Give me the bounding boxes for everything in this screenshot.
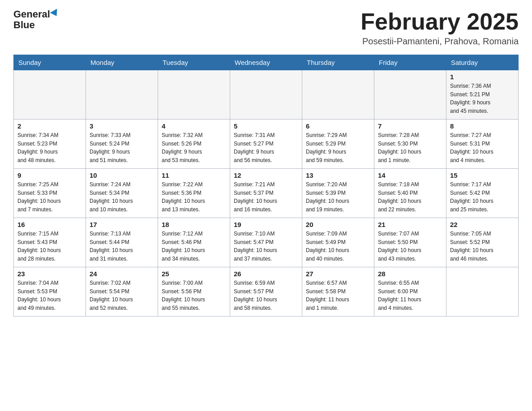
day-info: Sunrise: 7:32 AM Sunset: 5:26 PM Dayligh… xyxy=(162,131,226,164)
day-number: 15 xyxy=(450,171,515,179)
calendar-cell: 17Sunrise: 7:13 AM Sunset: 5:44 PM Dayli… xyxy=(86,218,158,267)
page-header: General Blue February 2025 Posestii-Pama… xyxy=(13,9,519,47)
day-info: Sunrise: 7:04 AM Sunset: 5:53 PM Dayligh… xyxy=(17,279,82,312)
calendar-cell: 26Sunrise: 6:59 AM Sunset: 5:57 PM Dayli… xyxy=(230,267,302,317)
day-number: 4 xyxy=(162,122,226,130)
day-info: Sunrise: 7:36 AM Sunset: 5:21 PM Dayligh… xyxy=(450,82,515,115)
day-number: 28 xyxy=(378,270,442,278)
logo: General Blue xyxy=(13,9,59,30)
day-number: 26 xyxy=(234,270,298,278)
day-info: Sunrise: 7:31 AM Sunset: 5:27 PM Dayligh… xyxy=(234,131,298,164)
day-number: 13 xyxy=(306,171,370,179)
day-number: 14 xyxy=(378,171,442,179)
calendar-table: SundayMondayTuesdayWednesdayThursdayFrid… xyxy=(13,55,519,317)
day-number: 22 xyxy=(450,221,515,228)
day-info: Sunrise: 7:18 AM Sunset: 5:40 PM Dayligh… xyxy=(378,180,442,214)
calendar-cell: 28Sunrise: 6:55 AM Sunset: 6:00 PM Dayli… xyxy=(374,267,446,317)
calendar-cell: 21Sunrise: 7:07 AM Sunset: 5:50 PM Dayli… xyxy=(374,218,446,267)
day-number: 23 xyxy=(17,270,82,278)
calendar-cell: 19Sunrise: 7:10 AM Sunset: 5:47 PM Dayli… xyxy=(230,218,302,267)
day-info: Sunrise: 7:05 AM Sunset: 5:52 PM Dayligh… xyxy=(450,230,515,263)
col-header-saturday: Saturday xyxy=(446,55,519,70)
day-info: Sunrise: 7:07 AM Sunset: 5:50 PM Dayligh… xyxy=(378,230,442,263)
calendar-cell: 16Sunrise: 7:15 AM Sunset: 5:43 PM Dayli… xyxy=(14,218,86,267)
calendar-cell: 1Sunrise: 7:36 AM Sunset: 5:21 PM Daylig… xyxy=(446,70,519,120)
calendar-cell: 20Sunrise: 7:09 AM Sunset: 5:49 PM Dayli… xyxy=(302,218,374,267)
calendar-cell: 12Sunrise: 7:21 AM Sunset: 5:37 PM Dayli… xyxy=(230,169,302,218)
day-info: Sunrise: 7:22 AM Sunset: 5:36 PM Dayligh… xyxy=(162,180,226,214)
day-number: 24 xyxy=(90,270,154,278)
calendar-cell: 2Sunrise: 7:34 AM Sunset: 5:23 PM Daylig… xyxy=(14,120,86,169)
day-info: Sunrise: 7:17 AM Sunset: 5:42 PM Dayligh… xyxy=(450,180,515,214)
day-number: 8 xyxy=(450,122,515,130)
calendar-cell: 24Sunrise: 7:02 AM Sunset: 5:54 PM Dayli… xyxy=(86,267,158,317)
calendar-week-row: 1Sunrise: 7:36 AM Sunset: 5:21 PM Daylig… xyxy=(14,70,519,120)
title-block: February 2025 Posestii-Pamanteni, Prahov… xyxy=(360,9,519,47)
calendar-cell: 7Sunrise: 7:28 AM Sunset: 5:30 PM Daylig… xyxy=(374,120,446,169)
calendar-cell xyxy=(374,70,446,120)
day-info: Sunrise: 7:29 AM Sunset: 5:29 PM Dayligh… xyxy=(306,131,370,164)
calendar-cell: 13Sunrise: 7:20 AM Sunset: 5:39 PM Dayli… xyxy=(302,169,374,218)
day-number: 2 xyxy=(17,122,82,130)
day-number: 12 xyxy=(234,171,298,179)
calendar-cell xyxy=(302,70,374,120)
day-info: Sunrise: 7:28 AM Sunset: 5:30 PM Dayligh… xyxy=(378,131,442,164)
day-number: 5 xyxy=(234,122,298,130)
day-info: Sunrise: 7:20 AM Sunset: 5:39 PM Dayligh… xyxy=(306,180,370,214)
day-info: Sunrise: 7:25 AM Sunset: 5:33 PM Dayligh… xyxy=(17,180,82,214)
day-number: 21 xyxy=(378,221,442,228)
day-number: 9 xyxy=(17,171,82,179)
col-header-friday: Friday xyxy=(374,55,446,70)
day-info: Sunrise: 7:34 AM Sunset: 5:23 PM Dayligh… xyxy=(17,131,82,164)
month-title: February 2025 xyxy=(360,9,519,34)
location-title: Posestii-Pamanteni, Prahova, Romania xyxy=(360,36,519,47)
day-info: Sunrise: 7:15 AM Sunset: 5:43 PM Dayligh… xyxy=(17,230,82,263)
calendar-week-row: 9Sunrise: 7:25 AM Sunset: 5:33 PM Daylig… xyxy=(14,169,519,218)
calendar-cell xyxy=(230,70,302,120)
day-number: 10 xyxy=(90,171,154,179)
calendar-cell: 6Sunrise: 7:29 AM Sunset: 5:29 PM Daylig… xyxy=(302,120,374,169)
day-number: 7 xyxy=(378,122,442,130)
calendar-cell xyxy=(446,267,519,317)
day-info: Sunrise: 6:59 AM Sunset: 5:57 PM Dayligh… xyxy=(234,279,298,312)
day-number: 6 xyxy=(306,122,370,130)
day-number: 11 xyxy=(162,171,226,179)
calendar-cell: 14Sunrise: 7:18 AM Sunset: 5:40 PM Dayli… xyxy=(374,169,446,218)
calendar-cell: 9Sunrise: 7:25 AM Sunset: 5:33 PM Daylig… xyxy=(14,169,86,218)
col-header-tuesday: Tuesday xyxy=(158,55,230,70)
logo-triangle-icon xyxy=(50,9,60,18)
calendar-cell xyxy=(14,70,86,120)
day-info: Sunrise: 7:33 AM Sunset: 5:24 PM Dayligh… xyxy=(90,131,154,164)
day-info: Sunrise: 7:24 AM Sunset: 5:34 PM Dayligh… xyxy=(90,180,154,214)
calendar-cell: 11Sunrise: 7:22 AM Sunset: 5:36 PM Dayli… xyxy=(158,169,230,218)
calendar-cell: 18Sunrise: 7:12 AM Sunset: 5:46 PM Dayli… xyxy=(158,218,230,267)
calendar-cell: 4Sunrise: 7:32 AM Sunset: 5:26 PM Daylig… xyxy=(158,120,230,169)
calendar-cell: 8Sunrise: 7:27 AM Sunset: 5:31 PM Daylig… xyxy=(446,120,519,169)
day-number: 1 xyxy=(450,73,515,81)
logo-text-blue: Blue xyxy=(13,20,35,30)
calendar-week-row: 16Sunrise: 7:15 AM Sunset: 5:43 PM Dayli… xyxy=(14,218,519,267)
day-info: Sunrise: 7:12 AM Sunset: 5:46 PM Dayligh… xyxy=(162,230,226,263)
calendar-week-row: 23Sunrise: 7:04 AM Sunset: 5:53 PM Dayli… xyxy=(14,267,519,317)
day-number: 20 xyxy=(306,221,370,228)
day-info: Sunrise: 7:27 AM Sunset: 5:31 PM Dayligh… xyxy=(450,131,515,164)
day-number: 19 xyxy=(234,221,298,228)
calendar-cell: 27Sunrise: 6:57 AM Sunset: 5:58 PM Dayli… xyxy=(302,267,374,317)
calendar-cell: 15Sunrise: 7:17 AM Sunset: 5:42 PM Dayli… xyxy=(446,169,519,218)
day-info: Sunrise: 6:55 AM Sunset: 6:00 PM Dayligh… xyxy=(378,279,442,312)
calendar-cell xyxy=(86,70,158,120)
day-info: Sunrise: 7:13 AM Sunset: 5:44 PM Dayligh… xyxy=(90,230,154,263)
calendar-cell: 10Sunrise: 7:24 AM Sunset: 5:34 PM Dayli… xyxy=(86,169,158,218)
calendar-cell: 5Sunrise: 7:31 AM Sunset: 5:27 PM Daylig… xyxy=(230,120,302,169)
day-number: 16 xyxy=(17,221,82,228)
day-number: 27 xyxy=(306,270,370,278)
col-header-thursday: Thursday xyxy=(302,55,374,70)
day-info: Sunrise: 7:00 AM Sunset: 5:56 PM Dayligh… xyxy=(162,279,226,312)
calendar-cell: 22Sunrise: 7:05 AM Sunset: 5:52 PM Dayli… xyxy=(446,218,519,267)
col-header-sunday: Sunday xyxy=(14,55,86,70)
calendar-cell: 23Sunrise: 7:04 AM Sunset: 5:53 PM Dayli… xyxy=(14,267,86,317)
calendar-header-row: SundayMondayTuesdayWednesdayThursdayFrid… xyxy=(14,55,519,70)
day-number: 25 xyxy=(162,270,226,278)
day-info: Sunrise: 7:02 AM Sunset: 5:54 PM Dayligh… xyxy=(90,279,154,312)
calendar-cell: 3Sunrise: 7:33 AM Sunset: 5:24 PM Daylig… xyxy=(86,120,158,169)
